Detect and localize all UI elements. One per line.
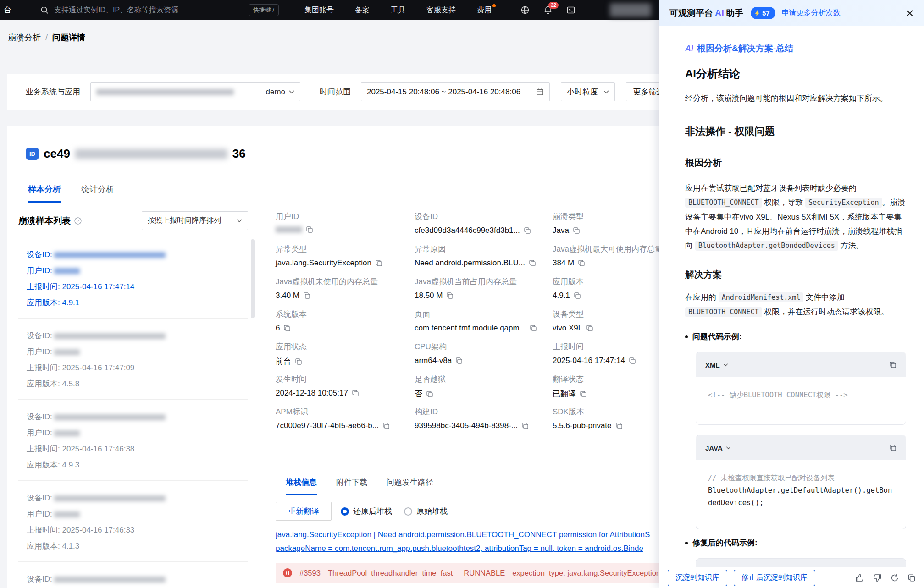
close-icon[interactable] xyxy=(906,9,914,17)
copy-icon[interactable] xyxy=(574,292,581,299)
copy-icon[interactable] xyxy=(455,357,463,364)
copy-icon[interactable] xyxy=(573,227,580,234)
issue-id-prefix: ce49 xyxy=(44,147,70,161)
globe-icon[interactable] xyxy=(520,5,530,15)
detail-field: CPU架构arm64-v8a xyxy=(415,341,553,374)
console-terminal-icon[interactable] xyxy=(566,5,575,15)
crash-sample-column: 崩溃样本列表 ? 按照上报时间降序排列 设备ID: 用户ID: 上报时间: 20… xyxy=(7,203,248,588)
thumbs-up-icon[interactable] xyxy=(855,573,864,583)
sample-list-item[interactable]: 设备ID: 用户ID: 上报时间: 2025-04-16 17:46:38应用版… xyxy=(18,400,248,481)
copy-icon[interactable] xyxy=(586,324,593,332)
global-search[interactable]: 快捷键 / xyxy=(40,0,279,20)
detail-field-label: 构建ID xyxy=(415,407,553,417)
sample-field-label: 设备ID: xyxy=(27,412,54,421)
stack-radio[interactable]: 还原后堆栈 xyxy=(341,506,392,517)
sample-sort-select[interactable]: 按照上报时间降序排列 xyxy=(142,211,248,230)
detail-field: Java虚拟机未使用的内存总量3.40 M xyxy=(276,276,415,309)
analysis-tab[interactable]: 统计分析 xyxy=(81,184,114,203)
sample-field-label: 应用版本: xyxy=(27,542,62,550)
thread-banner[interactable]: #3593 ThreadPool_threadhandler_time_fast… xyxy=(276,563,725,583)
sample-sort-value: 按照上报时间降序排列 xyxy=(148,216,221,225)
detail-field-label: 异常原因 xyxy=(415,244,553,254)
granularity-select[interactable]: 小时粒度 xyxy=(561,82,615,101)
detail-field-value-row: 3.40 M xyxy=(276,291,415,300)
copy-icon[interactable] xyxy=(426,390,433,398)
stack-tab[interactable]: 附件下载 xyxy=(336,477,367,495)
sample-field: 设备ID: xyxy=(27,490,248,506)
sample-list-scrollbar[interactable] xyxy=(251,239,255,318)
date-range-value: 2025-04-15 20:48:06 ~ 2025-04-16 20:48:0… xyxy=(367,88,520,97)
save-to-knowledge-base-button[interactable]: 沉淀到知识库 xyxy=(668,570,727,586)
thumbs-down-icon[interactable] xyxy=(873,573,882,583)
save-fixed-to-knowledge-base-button[interactable]: 修正后沉淀到知识库 xyxy=(734,570,815,586)
issue-id-suffix: 36 xyxy=(232,147,246,161)
global-search-input[interactable] xyxy=(54,6,243,14)
copy-icon[interactable] xyxy=(615,422,623,429)
analysis-tab[interactable]: 样本分析 xyxy=(28,184,61,203)
stack-tab[interactable]: 问题发生路径 xyxy=(387,477,433,495)
copy-icon[interactable] xyxy=(303,292,310,299)
copy-icon[interactable] xyxy=(529,259,536,267)
stack-radio-group: 还原后堆栈原始堆栈 xyxy=(341,506,448,517)
copy-icon[interactable] xyxy=(295,358,302,365)
credits-count: 57 xyxy=(762,9,770,17)
copy-code-icon[interactable] xyxy=(889,444,896,451)
detail-field-value: Java xyxy=(553,226,569,235)
copy-code-icon[interactable] xyxy=(889,361,896,368)
sample-field: 用户ID: xyxy=(27,506,248,522)
ai-section-title: 根因分析&解决方案-总结 xyxy=(697,43,793,55)
detail-field-value: 7c000e97-30f7-4bf5-ae66-b... xyxy=(276,421,379,430)
nav-item[interactable]: 客服支持 xyxy=(426,5,456,15)
redacted-account-name[interactable] xyxy=(610,3,651,17)
sample-list-item[interactable]: 设备ID: 用户ID: 上报时间: 2025-04-16 17:46:33应用版… xyxy=(18,481,248,562)
nav-item[interactable]: 工具 xyxy=(391,5,405,15)
breadcrumb-crash-analysis[interactable]: 崩溃分析 xyxy=(8,32,41,43)
regenerate-icon[interactable] xyxy=(890,573,899,583)
copy-icon[interactable] xyxy=(629,357,636,364)
text-segment: 权限，导致 xyxy=(762,198,805,207)
code-lang-select[interactable]: JAVA xyxy=(705,444,731,452)
copy-icon[interactable] xyxy=(352,390,359,397)
copy-icon[interactable] xyxy=(521,422,529,429)
detail-field: 异常原因Need android.permission.BLU... xyxy=(415,244,553,276)
copy-icon[interactable] xyxy=(382,422,390,429)
code-lang-select[interactable]: XML xyxy=(705,361,728,369)
nav-item[interactable]: 备案 xyxy=(355,5,370,15)
sample-field: 上报时间: 2025-04-16 17:46:38 xyxy=(27,441,248,457)
redacted-user-id xyxy=(276,226,302,233)
stack-radio[interactable]: 原始堆栈 xyxy=(404,506,448,517)
sample-list-item[interactable]: 设备ID: 用户ID: 上报时间: 2025-04-16 17:47:09应用版… xyxy=(18,319,248,400)
sample-list-item[interactable]: 设备ID: 用户ID: 上报时间: 2025-04-16 17:46:02 xyxy=(18,562,248,588)
request-more-credits-link[interactable]: 申请更多分析次数 xyxy=(782,8,841,18)
console-logo[interactable]: 台 xyxy=(4,0,11,20)
nav-item[interactable]: 集团账号 xyxy=(304,5,334,15)
detail-field: 用户ID xyxy=(276,211,415,244)
sample-field-label: 上报时间: xyxy=(27,363,62,372)
sample-list-item[interactable]: 设备ID: 用户ID: 上报时间: 2025-04-16 17:47:14应用版… xyxy=(18,237,248,319)
nav-item[interactable]: 费用 xyxy=(477,5,492,15)
redacted-device-id xyxy=(54,495,166,501)
detail-field-label: 是否越狱 xyxy=(415,374,553,385)
text-segment: 在应用的 xyxy=(685,293,719,302)
copy-icon[interactable] xyxy=(578,259,585,267)
app-select[interactable]: demo xyxy=(90,82,300,101)
credits-pill[interactable]: 57 xyxy=(751,7,775,19)
copy-icon[interactable] xyxy=(375,259,382,267)
retranslate-button[interactable]: 重新翻译 xyxy=(276,502,332,521)
copy-icon[interactable] xyxy=(446,292,454,299)
copy-icon[interactable] xyxy=(524,227,531,234)
help-question-icon[interactable]: ? xyxy=(74,217,82,225)
notification-bell-icon[interactable]: 32 xyxy=(543,5,553,15)
sample-app-version: 4.9.3 xyxy=(62,461,79,469)
copy-answer-icon[interactable] xyxy=(907,574,916,582)
stack-tab[interactable]: 堆栈信息 xyxy=(286,477,317,495)
copy-icon[interactable] xyxy=(580,390,587,398)
copy-icon[interactable] xyxy=(283,324,291,332)
breadcrumb-separator: / xyxy=(45,33,48,43)
copy-icon[interactable] xyxy=(530,324,537,332)
root-cause-text: 应用在尝试获取已配对蓝牙设备列表时缺少必要的 BLUETOOTH_CONNECT… xyxy=(685,181,906,253)
ai-panel-body: AI 根因分析&解决方案-总结 AI分析结论 经分析，该崩溃问题可能的根因和对应… xyxy=(659,26,924,567)
copy-icon[interactable] xyxy=(306,226,313,233)
date-range-input[interactable]: 2025-04-15 20:48:06 ~ 2025-04-16 20:48:0… xyxy=(361,82,550,101)
detail-field-label: 异常类型 xyxy=(276,244,415,254)
